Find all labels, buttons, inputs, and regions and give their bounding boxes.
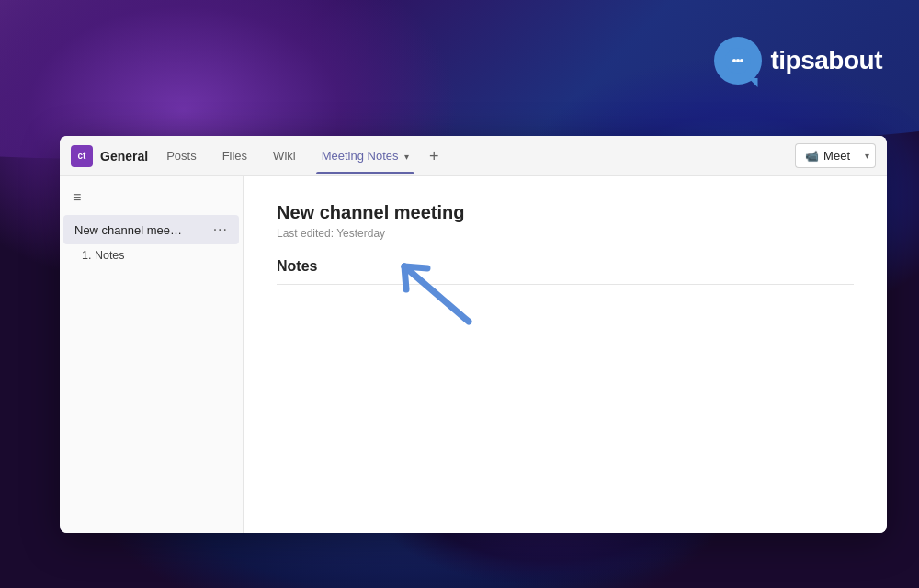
add-tab-button[interactable]: +: [422, 148, 447, 164]
sidebar-sub-notes[interactable]: 1. Notes: [60, 244, 243, 266]
hamburger-menu-button[interactable]: ≡: [60, 184, 243, 211]
main-content-area: New channel meeting Last edited: Yesterd…: [244, 176, 887, 533]
tab-bar: ct General Posts Files Wiki Meeting Note…: [60, 136, 887, 176]
tab-chevron-icon: ▾: [404, 152, 409, 162]
channel-icon: ct: [71, 145, 93, 167]
meet-button-group: 📹 Meet ▾: [795, 143, 876, 168]
app-window: ct General Posts Files Wiki Meeting Note…: [60, 136, 887, 533]
tab-meeting-notes[interactable]: Meeting Notes ▾: [309, 138, 422, 174]
logo-icon: [714, 37, 762, 85]
sidebar-item-more-icon[interactable]: ···: [213, 221, 228, 238]
content-area: ≡ New channel meeti... ··· 1. Notes New …: [60, 176, 887, 533]
tab-wiki[interactable]: Wiki: [260, 138, 309, 174]
tab-posts[interactable]: Posts: [153, 138, 210, 174]
meet-main-button[interactable]: 📹 Meet: [795, 143, 859, 168]
section-notes-title: Notes: [277, 258, 854, 285]
sidebar-item-label: New channel meeti...: [74, 223, 185, 237]
meet-video-icon: 📹: [805, 150, 819, 163]
meeting-title: New channel meeting: [277, 202, 854, 223]
tab-files[interactable]: Files: [210, 138, 260, 174]
logo-text: tipsabout: [771, 46, 883, 75]
channel-name: General: [100, 149, 148, 164]
sidebar: ≡ New channel meeti... ··· 1. Notes: [60, 176, 244, 533]
logo-area: tipsabout: [714, 37, 883, 85]
tabs-container: Posts Files Wiki Meeting Notes ▾ +: [153, 138, 795, 174]
meet-dropdown-button[interactable]: ▾: [859, 143, 876, 168]
sidebar-meeting-item[interactable]: New channel meeti... ···: [63, 215, 239, 244]
meeting-meta: Last edited: Yesterday: [277, 227, 854, 240]
svg-point-2: [736, 59, 740, 62]
svg-point-1: [732, 59, 736, 62]
svg-point-3: [740, 59, 743, 62]
